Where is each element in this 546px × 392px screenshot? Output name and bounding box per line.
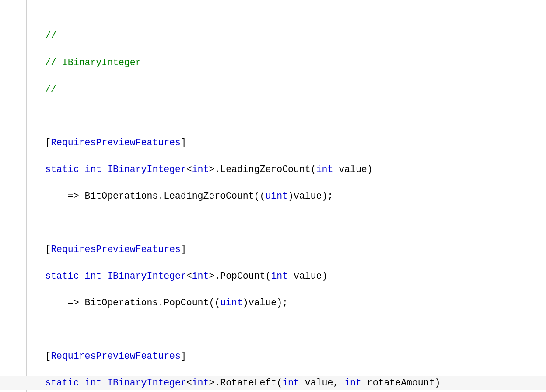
method-name: RotateLeft [220,378,276,388]
code-line [0,323,546,336]
keyword-int: int [85,164,102,175]
method-name: PopCount [220,271,265,281]
method-name: LeadingZeroCount [220,164,310,175]
attribute: RequiresPreviewFeatures [51,244,181,255]
code-line [0,109,546,123]
code-line: [RequiresPreviewFeatures] [0,136,546,150]
code-line: => BitOperations.PopCount((uint)value); [0,296,546,310]
bracket: [ [45,351,51,361]
code-editor: // // IBinaryInteger // [RequiresPreview… [0,0,546,392]
comment: // [45,31,56,41]
keyword-static: static [45,164,79,175]
code-line-highlighted: static int IBinaryInteger<int>.RotateLef… [0,376,546,390]
code-line: static int IBinaryInteger<int>.PopCount(… [0,270,546,283]
code-line: => BitOperations.LeadingZeroCount((uint)… [0,189,546,203]
attribute: RequiresPreviewFeatures [51,351,181,361]
code-line: // [0,83,546,96]
code-line [0,216,546,230]
comment: // IBinaryInteger [45,57,141,68]
comment: // [45,84,56,94]
code-line: // IBinaryInteger [0,56,546,70]
bracket: [ [45,244,51,255]
code-line: static int IBinaryInteger<int>.LeadingZe… [0,163,546,176]
arrow-body: => BitOperations.PopCount(( [68,298,220,308]
bracket: ] [181,137,186,148]
bracket: [ [45,137,51,148]
code-line: // [0,29,546,43]
bracket: ] [181,244,186,255]
attribute: RequiresPreviewFeatures [51,137,181,148]
code-line: [RequiresPreviewFeatures] [0,350,546,363]
arrow-body: => BitOperations.LeadingZeroCount(( [68,191,266,201]
code-line: [RequiresPreviewFeatures] [0,243,546,256]
interface-name: IBinaryInteger [107,164,186,175]
bracket: ] [181,351,186,361]
